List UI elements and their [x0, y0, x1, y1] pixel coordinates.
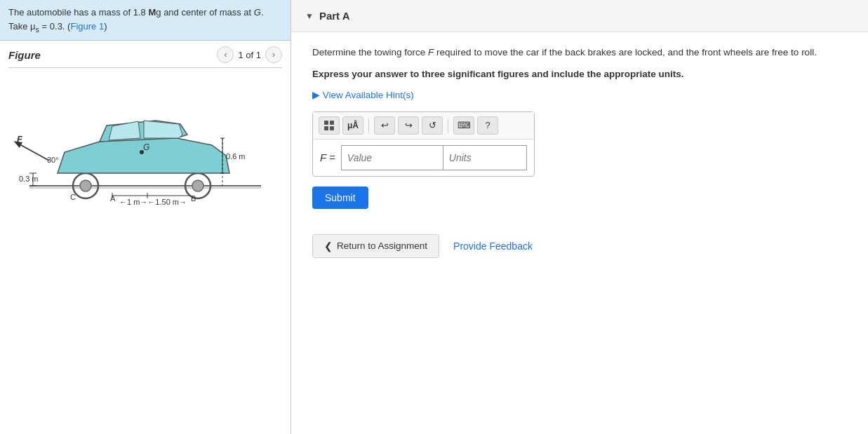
part-content: Determine the towing force F required to…	[291, 32, 868, 222]
car-diagram-svg: G F 30°	[8, 75, 268, 208]
hint-link[interactable]: ▶ View Available Hint(s)	[312, 89, 847, 100]
equation-label: F =	[320, 151, 335, 163]
right-panel: ▼ Part A Determine the towing force F re…	[291, 0, 868, 434]
figure-link[interactable]: Figure 1	[70, 21, 104, 32]
svg-text:0.3 m: 0.3 m	[19, 175, 39, 183]
bold-instruction: Express your answer to three significant…	[312, 69, 847, 79]
svg-rect-31	[324, 121, 328, 125]
problem-text-box: The automobile has a mass of 1.8 Mg and …	[0, 0, 291, 41]
refresh-button[interactable]: ↺	[422, 116, 443, 135]
figure-title: Figure	[8, 49, 41, 61]
part-title: Part A	[319, 10, 350, 22]
return-label: Return to Assignment	[337, 240, 427, 251]
svg-text:0.6 m: 0.6 m	[226, 152, 246, 161]
svg-text:G: G	[143, 142, 149, 152]
svg-line-8	[21, 145, 49, 161]
figure-area: Figure ‹ 1 of 1 ›	[0, 41, 291, 434]
grid-button[interactable]	[319, 116, 340, 135]
svg-rect-33	[324, 126, 328, 130]
left-panel: The automobile has a mass of 1.8 Mg and …	[0, 0, 291, 434]
figure-nav: ‹ 1 of 1 ›	[217, 46, 282, 63]
page-indicator: 1 of 1	[238, 50, 261, 60]
figure-header: Figure ‹ 1 of 1 ›	[8, 46, 282, 68]
keyboard-button[interactable]: ⌨	[453, 116, 474, 135]
svg-text:←1 m→←1.50 m→: ←1 m→←1.50 m→	[119, 198, 187, 206]
prev-figure-button[interactable]: ‹	[217, 46, 234, 63]
problem-text-line1: The automobile has a mass of 1.8 Mg and …	[8, 7, 264, 18]
submit-button[interactable]: Submit	[312, 187, 368, 209]
undo-button[interactable]: ↩	[374, 116, 395, 135]
svg-point-7	[140, 150, 144, 154]
mu-button[interactable]: μÅ	[342, 116, 363, 135]
svg-text:B: B	[191, 194, 196, 203]
input-row: F =	[313, 140, 534, 176]
bottom-bar: ❮ Return to Assignment Provide Feedback	[291, 222, 868, 271]
problem-text-line2: Take μs = 0.3. (Figure 1)	[8, 21, 107, 32]
units-input[interactable]	[443, 145, 527, 170]
svg-rect-34	[330, 126, 334, 130]
figure-diagram: G F 30°	[8, 75, 268, 208]
problem-statement: Determine the towing force F required to…	[312, 45, 847, 60]
next-figure-button[interactable]: ›	[265, 46, 282, 63]
part-header: ▼ Part A	[291, 0, 868, 32]
collapse-arrow[interactable]: ▼	[305, 11, 314, 21]
toolbar: μÅ ↩ ↪ ↺ ⌨ ?	[313, 112, 534, 140]
return-to-assignment-button[interactable]: ❮ Return to Assignment	[312, 234, 439, 258]
svg-rect-32	[330, 121, 334, 125]
redo-button[interactable]: ↪	[398, 116, 419, 135]
svg-text:F: F	[17, 134, 23, 144]
toolbar-separator-2	[448, 118, 448, 133]
return-arrow-icon: ❮	[324, 240, 333, 252]
grid-icon	[323, 120, 335, 131]
value-input[interactable]	[341, 145, 443, 170]
input-box: μÅ ↩ ↪ ↺ ⌨ ? F =	[312, 111, 535, 177]
svg-text:30°: 30°	[47, 156, 59, 164]
toolbar-separator-1	[368, 118, 369, 133]
svg-point-3	[80, 180, 91, 191]
svg-text:C: C	[70, 193, 76, 201]
svg-text:0.75 m: 0.75 m	[93, 207, 116, 208]
svg-point-5	[192, 180, 203, 191]
help-button[interactable]: ?	[477, 116, 498, 135]
provide-feedback-link[interactable]: Provide Feedback	[453, 240, 533, 252]
